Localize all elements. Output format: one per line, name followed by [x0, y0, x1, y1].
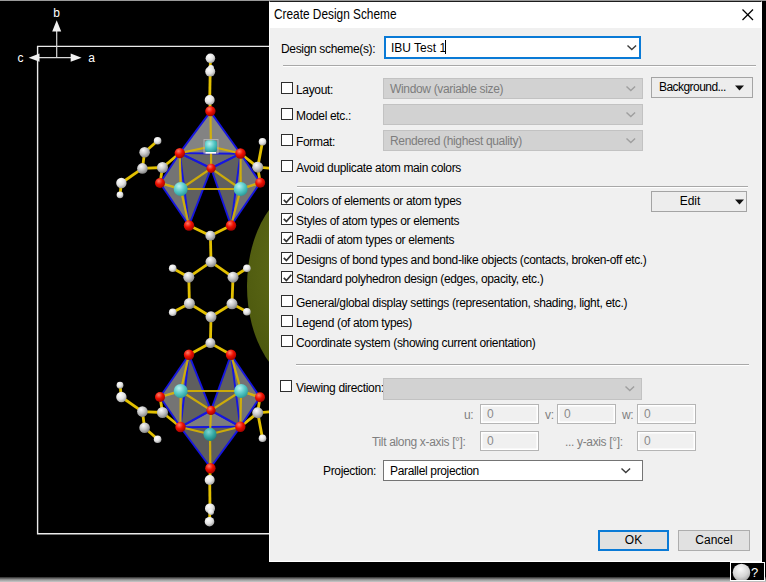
svg-text:b: b [53, 6, 60, 20]
svg-text:?: ? [751, 565, 758, 580]
svg-text:a: a [88, 51, 95, 65]
svg-text:c: c [18, 51, 24, 65]
